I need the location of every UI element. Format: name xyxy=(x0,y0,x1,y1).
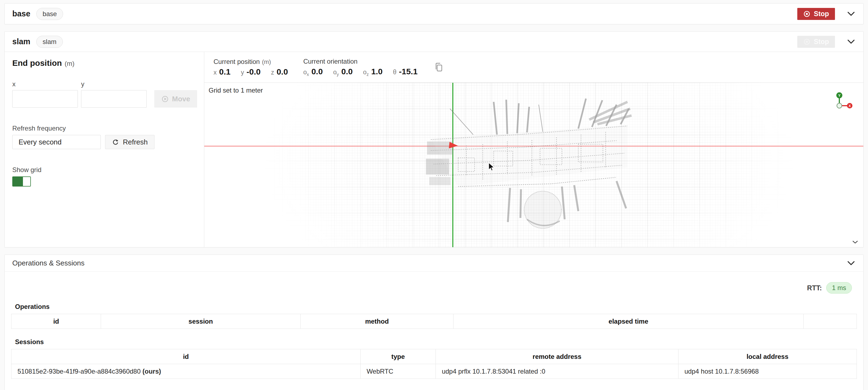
base-type-badge: base xyxy=(36,8,63,20)
stop-icon xyxy=(803,38,810,45)
move-button-label: Move xyxy=(172,95,190,103)
position-z: z0.0 xyxy=(271,67,288,77)
orientation-oz: oz1.0 xyxy=(363,67,383,77)
refresh-frequency-select[interactable]: Every second xyxy=(12,135,101,149)
sessions-table-label: Sessions xyxy=(15,338,857,346)
slam-stop-label: Stop xyxy=(814,38,829,46)
operations-sessions-card: Operations & Sessions RTT: 1 ms Operatio… xyxy=(4,254,864,390)
base-stop-label: Stop xyxy=(814,10,829,18)
slam-collapse-button[interactable] xyxy=(846,38,856,45)
stop-icon xyxy=(803,10,810,18)
current-position-label: Current position xyxy=(214,58,260,65)
show-grid-toggle[interactable] xyxy=(12,176,31,186)
copy-pose-button[interactable] xyxy=(434,62,443,72)
slam-point-cloud xyxy=(425,94,639,236)
refresh-frequency-selected: Every second xyxy=(19,138,62,146)
refresh-frequency-label: Refresh frequency xyxy=(12,124,196,132)
end-position-y-input[interactable] xyxy=(81,90,147,108)
current-orientation-label: Current orientation xyxy=(303,58,358,65)
base-stop-button[interactable]: Stop xyxy=(797,8,835,20)
operations-sessions-title: Operations & Sessions xyxy=(12,259,84,267)
end-position-heading: End position(m) xyxy=(12,58,196,68)
rtt-badge: 1 ms xyxy=(826,282,852,294)
slam-map-canvas[interactable]: Grid set to 1 meter xyxy=(204,83,863,247)
base-title: base xyxy=(12,9,30,18)
svg-text:Y: Y xyxy=(838,93,841,97)
operations-sessions-body: RTT: 1 ms Operations id session method e… xyxy=(5,272,863,390)
session-remote-address-cell: udp4 prflx 10.1.7.8:53041 related :0 xyxy=(436,364,679,379)
base-card-header: base base Stop xyxy=(5,4,863,24)
refresh-button-label: Refresh xyxy=(123,138,148,146)
chevron-down-icon xyxy=(847,39,855,44)
operations-col-elapsed-time: elapsed time xyxy=(454,314,804,329)
slam-card-header: slam slam Stop xyxy=(5,32,863,52)
operations-table: id session method elapsed time xyxy=(11,314,857,329)
orientation-theta: θ-15.1 xyxy=(393,67,417,77)
base-collapse-button[interactable] xyxy=(846,11,856,17)
current-position-group: Current position(m) x0.1 y-0.0 z0.0 xyxy=(214,58,288,77)
operations-col-method: method xyxy=(300,314,453,329)
chevron-down-icon xyxy=(852,241,858,244)
operations-header-row: id session method elapsed time xyxy=(11,314,857,329)
y-field-label: y xyxy=(81,80,150,88)
position-x: x0.1 xyxy=(214,67,230,77)
page: base base Stop slam slam xyxy=(0,0,868,390)
slam-map-column: Current position(m) x0.1 y-0.0 z0.0 Curr… xyxy=(204,52,863,247)
play-circle-icon xyxy=(161,95,169,103)
grid-scale-note: Grid set to 1 meter xyxy=(209,87,263,94)
session-type-cell: WebRTC xyxy=(361,364,436,379)
slam-type-badge: slam xyxy=(36,36,63,48)
operations-table-label: Operations xyxy=(15,303,857,310)
slam-controls-panel: End position(m) x y Move xyxy=(5,52,204,247)
pose-info-bar: Current position(m) x0.1 y-0.0 z0.0 Curr… xyxy=(204,52,863,83)
rtt-label: RTT: xyxy=(807,284,822,292)
base-card: base base Stop xyxy=(4,3,864,24)
orientation-oy: oy0.0 xyxy=(333,67,353,77)
sessions-col-remote-address: remote address xyxy=(436,349,679,364)
session-local-address-cell: udp4 host 10.1.7.8:56968 xyxy=(678,364,857,379)
refresh-button[interactable]: Refresh xyxy=(105,135,155,149)
chevron-down-icon xyxy=(847,12,855,16)
end-position-unit: (m) xyxy=(65,60,74,67)
position-y: y-0.0 xyxy=(241,67,260,77)
robot-pose-marker xyxy=(448,141,459,152)
operations-col-session: session xyxy=(101,314,301,329)
slam-stop-button-disabled: Stop xyxy=(797,36,835,48)
operations-col-actions xyxy=(803,314,857,329)
show-grid-label: Show grid xyxy=(12,166,196,174)
chevron-down-icon xyxy=(847,261,855,266)
svg-text:X: X xyxy=(848,104,851,108)
orientation-ox: ox0.0 xyxy=(303,67,323,77)
sessions-col-id: id xyxy=(11,349,361,364)
refresh-icon xyxy=(112,139,119,146)
slam-card: slam slam Stop End p xyxy=(4,31,864,247)
sessions-header-row: id type remote address local address xyxy=(11,349,857,364)
session-id-cell: 510815e2-93be-41f9-a90e-a884c3960d80 (ou… xyxy=(11,364,361,379)
move-button[interactable]: Move xyxy=(154,90,197,108)
current-orientation-group: Current orientation ox0.0 oy0.0 oz1.0 θ-… xyxy=(303,58,418,77)
sessions-col-local-address: local address xyxy=(678,349,857,364)
sessions-table: id type remote address local address 510… xyxy=(11,349,857,379)
sessions-col-type: type xyxy=(361,349,436,364)
operations-sessions-collapse-button[interactable] xyxy=(846,260,856,267)
map-collapse-button[interactable] xyxy=(851,240,859,245)
slam-title: slam xyxy=(12,37,30,46)
mouse-cursor xyxy=(488,162,495,173)
session-row: 510815e2-93be-41f9-a90e-a884c3960d80 (ou… xyxy=(11,364,857,379)
axes-gizmo: Y X xyxy=(834,92,853,112)
current-position-unit: (m) xyxy=(262,58,271,65)
copy-icon xyxy=(434,62,443,72)
x-field-label: x xyxy=(12,80,81,88)
end-position-x-input[interactable] xyxy=(12,90,78,108)
operations-col-id: id xyxy=(11,314,101,329)
operations-sessions-header: Operations & Sessions xyxy=(5,255,863,272)
